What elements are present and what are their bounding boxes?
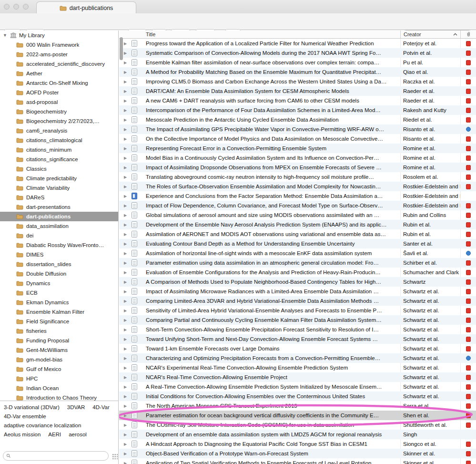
expand-arrow-icon[interactable]: ▶: [119, 223, 132, 227]
tag[interactable]: 3-D variational (3DVar): [4, 404, 60, 410]
expand-arrow-icon[interactable]: ▶: [119, 366, 132, 370]
table-row[interactable]: ▶Impact of Assimilating Dropsonde Observ…: [119, 163, 476, 172]
tag[interactable]: 4D-Var ensemble: [4, 413, 46, 419]
sidebar-collection-item[interactable]: citations_climatological: [0, 135, 118, 145]
tag[interactable]: 3DVAR: [67, 404, 85, 410]
tag[interactable]: adaptive covariance localization: [4, 423, 81, 428]
expand-arrow-icon[interactable]: ▶: [119, 242, 132, 246]
sidebar-collection-item[interactable]: Gulf of Mexico: [0, 364, 118, 374]
disclosure-triangle-icon[interactable]: ▼: [3, 33, 8, 38]
table-row[interactable]: ▶Intercomparison of the Performance of F…: [119, 105, 476, 115]
table-row[interactable]: ▶Assimilation of horizontal line-of-sigh…: [119, 248, 476, 258]
sidebar-collection-item[interactable]: Ekman Dynamics: [0, 298, 118, 307]
table-row[interactable]: ▶A new CAM6 + DART reanalysis with surfa…: [119, 96, 476, 105]
sidebar-collection-item[interactable]: 000 Walin Framework: [0, 40, 118, 50]
table-row[interactable]: ▶Progress toward the Application of a Lo…: [119, 39, 476, 48]
expand-arrow-icon[interactable]: ▶: [119, 146, 132, 151]
sidebar-collection-item[interactable]: Aether: [0, 69, 118, 78]
sidebar-collection-item[interactable]: cam6_reanalysis: [0, 126, 118, 135]
table-row[interactable]: ▶Parameter estimation for ocean backgrou…: [119, 411, 476, 420]
table-row[interactable]: ▶Short-Term Convection-Allowing Ensemble…: [119, 325, 476, 334]
expand-arrow-icon[interactable]: ▶: [119, 70, 132, 74]
table-row[interactable]: ▶A Hindcast Approach to Diagnosing the E…: [119, 439, 476, 449]
expand-arrow-icon[interactable]: ▶: [119, 156, 132, 160]
sidebar-collection-item[interactable]: Ensemble Kalman Filter: [0, 307, 118, 317]
expand-arrow-icon[interactable]: ▶: [119, 99, 132, 103]
table-row[interactable]: ▶Parameter estimation using data assimil…: [119, 258, 476, 268]
table-row[interactable]: ▶Global simulations of aerosol amount an…: [119, 210, 476, 220]
tag[interactable]: Aeolus mission: [4, 432, 41, 437]
minimize-button[interactable]: [13, 4, 19, 10]
table-row[interactable]: ▶Characterizing and Optimizing Precipita…: [119, 353, 476, 363]
expand-arrow-icon[interactable]: ▶: [119, 356, 132, 361]
sidebar-collection-item[interactable]: 2022-ams-poster: [0, 50, 118, 59]
sidebar-collection-item[interactable]: data_assimilation: [0, 221, 118, 231]
table-row[interactable]: ▶Representing Forecast Error in a Convec…: [119, 144, 476, 153]
expand-arrow-icon[interactable]: ▶: [119, 423, 132, 427]
table-row[interactable]: ▶Assimilation of AERONET and MODIS AOT o…: [119, 229, 476, 239]
expand-arrow-icon[interactable]: ▶: [119, 404, 132, 408]
expand-arrow-icon[interactable]: ▶: [119, 270, 132, 275]
sidebar-collection-item[interactable]: DIMES: [0, 250, 118, 259]
expand-arrow-icon[interactable]: ▶: [119, 194, 132, 198]
expand-arrow-icon[interactable]: ▶: [119, 385, 132, 389]
table-row[interactable]: ▶The COsmic-ray Soil Moisture Interactio…: [119, 420, 476, 430]
sidebar-collection-item[interactable]: Dynamics: [0, 278, 118, 288]
table-row[interactable]: ▶Development of an ensemble data assimil…: [119, 430, 476, 439]
table-row[interactable]: ▶A Real-Time Convection-Allowing Ensembl…: [119, 382, 476, 392]
expand-arrow-icon[interactable]: ▶: [119, 413, 132, 418]
table-row[interactable]: ▶Improving CLM5.0 Biomass and Carbon Exc…: [119, 77, 476, 86]
column-header-title[interactable]: Title: [146, 31, 400, 37]
sidebar-collection-item[interactable]: citations_significance: [0, 155, 118, 164]
sidebar-collection-item[interactable]: Field Significance: [0, 317, 118, 326]
expand-arrow-icon[interactable]: ▶: [119, 452, 132, 456]
table-row[interactable]: ▶A Method for Probability Matching Based…: [119, 67, 476, 77]
table-row[interactable]: ▶Application of Two Spatial Verification…: [119, 458, 476, 464]
sidebar-collection-item[interactable]: dart-presentations: [0, 202, 118, 212]
sidebar-collection-item[interactable]: AOFD Poster: [0, 88, 118, 97]
sidebar-collection-item[interactable]: gm-model-bias: [0, 355, 118, 364]
tag[interactable]: AERI: [48, 432, 61, 437]
expand-arrow-icon[interactable]: ▶: [119, 175, 132, 179]
sidebar-collection-item[interactable]: Funding Proposal: [0, 336, 118, 345]
sidebar-collection-item[interactable]: Double Diffusion: [0, 269, 118, 278]
expand-arrow-icon[interactable]: ▶: [119, 137, 132, 141]
zoom-button[interactable]: [23, 4, 29, 10]
tag[interactable]: 4D-Var: [92, 404, 110, 410]
sidebar-collection-item[interactable]: fisheries: [0, 326, 118, 336]
tag[interactable]: aerosol: [69, 432, 87, 437]
table-row[interactable]: ▶Toward Unifying Short-Term and Next-Day…: [119, 334, 476, 344]
table-row[interactable]: ▶Systematic Comparison of Convection-All…: [119, 48, 476, 58]
sidebar-collection-item[interactable]: Diabatic Rossby Wave/Fronto…: [0, 240, 118, 250]
close-button[interactable]: [4, 4, 10, 10]
sidebar-collection-item[interactable]: accelerated_scientific_discovery: [0, 59, 118, 69]
expand-arrow-icon[interactable]: ▶: [119, 185, 132, 189]
expand-arrow-icon[interactable]: ▶: [119, 461, 132, 464]
tag-selector-options-icon[interactable]: [111, 453, 118, 459]
expand-arrow-icon[interactable]: ▶: [119, 318, 132, 322]
sidebar-collection-item[interactable]: citations_minimum: [0, 145, 118, 155]
sidebar-collection-item[interactable]: dei: [0, 231, 118, 240]
table-row[interactable]: ▶NCAR's Real-Time Convection-Allowing En…: [119, 372, 476, 382]
expand-arrow-icon[interactable]: ▶: [119, 80, 132, 84]
expand-arrow-icon[interactable]: ▶: [119, 394, 132, 399]
sidebar-collection-item[interactable]: Climate predictability: [0, 174, 118, 183]
sidebar-collection-item[interactable]: dissertation_slides: [0, 259, 118, 269]
sidebar-collection-item[interactable]: Biogeochemistry: [0, 107, 118, 116]
expand-arrow-icon[interactable]: ▶: [119, 299, 132, 303]
table-row[interactable]: ▶Model Bias in a Continuously Cycled Ass…: [119, 153, 476, 163]
column-header-creator[interactable]: Creator: [400, 31, 460, 38]
table-row[interactable]: ▶The North American Monsoon GPS Transect…: [119, 401, 476, 411]
table-row[interactable]: ▶Translating aboveground cosmic-ray neut…: [119, 172, 476, 182]
scrollbar-thumb[interactable]: [120, 37, 123, 60]
expand-arrow-icon[interactable]: ▶: [119, 280, 132, 284]
expand-arrow-icon[interactable]: ▶: [119, 165, 132, 170]
table-row[interactable]: ▶On the Collective Importance of Model P…: [119, 134, 476, 144]
tab-dart-publications[interactable]: dart-publications: [36, 1, 136, 14]
expand-arrow-icon[interactable]: ▶: [119, 213, 132, 217]
sidebar-collection-item[interactable]: Classics: [0, 164, 118, 174]
expand-arrow-icon[interactable]: ▶: [119, 375, 132, 380]
sidebar-collection-item[interactable]: asd-proposal: [0, 97, 118, 107]
sidebar-collection-item[interactable]: Introduction to Chaos Theory: [0, 393, 118, 401]
sidebar-item-my-library[interactable]: ▼ My Library: [0, 31, 118, 40]
